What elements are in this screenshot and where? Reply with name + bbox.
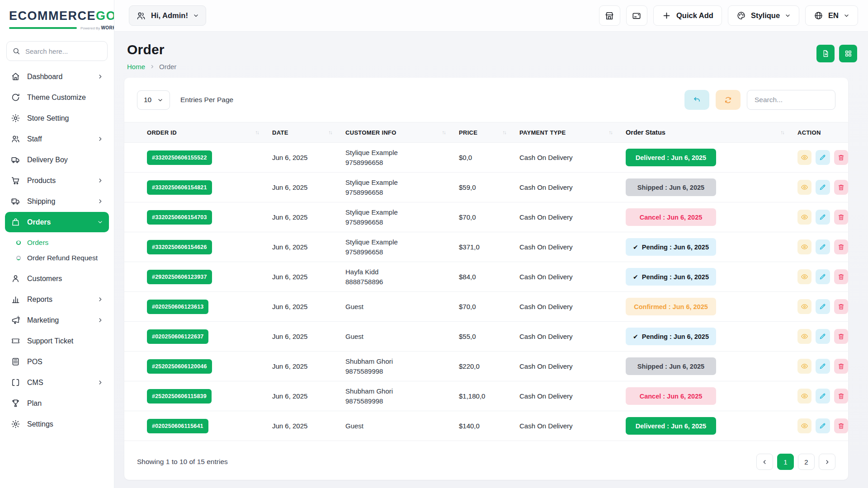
- view-order-button[interactable]: [797, 269, 811, 284]
- quick-add-button[interactable]: Quick Add: [653, 5, 722, 26]
- theme-selector-button[interactable]: Stylique: [728, 5, 799, 26]
- sidebar-item-plan[interactable]: Plan: [5, 393, 109, 413]
- sidebar-item-reports[interactable]: Reports: [5, 289, 109, 310]
- column-header-price[interactable]: PRICE↑↓: [459, 122, 519, 143]
- entries-per-page-select[interactable]: 10: [137, 90, 170, 110]
- sidebar-item-orders[interactable]: Orders: [5, 212, 109, 232]
- pos-register-button[interactable]: [626, 5, 647, 26]
- sidebar-item-shipping[interactable]: Shipping: [5, 191, 109, 211]
- table-search-input[interactable]: [747, 90, 835, 110]
- sort-icon[interactable]: ↑↓: [609, 130, 613, 135]
- sort-icon[interactable]: ↑↓: [442, 130, 446, 135]
- sidebar-subitem-orders[interactable]: Orders: [13, 235, 109, 250]
- column-header-date[interactable]: DATE↑↓: [272, 122, 345, 143]
- sidebar-item-customers[interactable]: Customers: [5, 268, 109, 289]
- column-header-order-id[interactable]: ORDER ID↑↓: [124, 122, 272, 143]
- order-id-badge[interactable]: #020250606115641: [147, 419, 208, 433]
- sidebar-item-products[interactable]: Products: [5, 170, 109, 191]
- order-id-badge[interactable]: #2520250606115839: [147, 389, 212, 404]
- edit-order-button[interactable]: [816, 269, 830, 284]
- sidebar-item-dashboard[interactable]: Dashboard: [5, 66, 109, 87]
- order-id-badge[interactable]: #020250606123613: [147, 300, 208, 314]
- language-selector-button[interactable]: EN: [805, 5, 858, 26]
- view-order-button[interactable]: [797, 150, 811, 165]
- column-header-order-status[interactable]: Order Status↑↓: [626, 122, 797, 143]
- edit-order-button[interactable]: [816, 299, 830, 314]
- palette-icon: [736, 11, 746, 20]
- edit-order-button[interactable]: [816, 180, 830, 195]
- order-id-badge[interactable]: #3320250606154821: [147, 180, 212, 195]
- grid-view-button[interactable]: [839, 45, 857, 62]
- view-order-button[interactable]: [797, 239, 811, 254]
- sidebar-item-theme-customize[interactable]: Theme Customize: [5, 87, 109, 108]
- column-header-payment-type[interactable]: PAYMENT TYPE↑↓: [519, 122, 626, 143]
- theme-label: Stylique: [751, 11, 780, 20]
- delete-order-button[interactable]: [834, 239, 848, 254]
- sidebar-item-staff[interactable]: Staff: [5, 129, 109, 149]
- sidebar-item-support-ticket[interactable]: Support Ticket: [5, 331, 109, 351]
- edit-order-button[interactable]: [816, 210, 830, 225]
- sidebar-item-marketing[interactable]: Marketing: [5, 310, 109, 330]
- edit-order-button[interactable]: [816, 329, 830, 344]
- edit-order-button[interactable]: [816, 389, 830, 404]
- admin-greeting-button[interactable]: Hi, Admin!: [129, 5, 206, 26]
- order-id-badge[interactable]: #020250606122637: [147, 329, 208, 344]
- breadcrumb-home-link[interactable]: Home: [127, 63, 145, 70]
- pagination-page-1[interactable]: 1: [777, 454, 794, 470]
- view-order-button[interactable]: [797, 180, 811, 195]
- delete-order-button[interactable]: [834, 359, 848, 374]
- sidebar-item-cms[interactable]: CMS: [5, 372, 109, 393]
- delete-order-button[interactable]: [834, 418, 848, 433]
- storefront-button[interactable]: [599, 5, 620, 26]
- sort-icon[interactable]: ↑↓: [781, 130, 784, 135]
- order-id-badge[interactable]: #2920250606123937: [147, 270, 212, 284]
- delete-order-button[interactable]: [834, 299, 848, 314]
- sidebar-item-pos[interactable]: POS: [5, 352, 109, 372]
- edit-order-button[interactable]: [816, 150, 830, 165]
- order-date: Jun 6, 2025: [272, 422, 307, 430]
- pagination-prev-button[interactable]: [756, 454, 773, 470]
- view-order-button[interactable]: [797, 329, 811, 344]
- order-id-badge[interactable]: #3320250606155522: [147, 150, 212, 165]
- sort-icon[interactable]: ↑↓: [329, 130, 332, 135]
- delete-order-button[interactable]: [834, 269, 848, 284]
- sidebar-item-settings[interactable]: Settings: [5, 414, 109, 434]
- delete-order-button[interactable]: [834, 210, 848, 225]
- edit-order-button[interactable]: [816, 239, 830, 254]
- storefront-icon: [604, 11, 614, 21]
- sort-icon[interactable]: ↑↓: [503, 130, 506, 135]
- sidebar-subitem-order-refund-request[interactable]: Order Refund Request: [13, 250, 109, 266]
- view-order-button[interactable]: [797, 418, 811, 433]
- sidebar-search-input[interactable]: [6, 41, 108, 61]
- reset-filter-button[interactable]: [684, 90, 709, 110]
- pagination-next-button[interactable]: [819, 454, 835, 470]
- sidebar-item-store-setting[interactable]: Store Setting: [5, 108, 109, 128]
- check-icon: ✔: [633, 244, 638, 251]
- order-id-badge[interactable]: #3320250606154626: [147, 240, 212, 254]
- edit-order-button[interactable]: [816, 418, 830, 433]
- chevron-right-icon: [97, 317, 103, 323]
- order-id-badge[interactable]: #2520250606120046: [147, 359, 212, 374]
- edit-order-button[interactable]: [816, 359, 830, 374]
- view-order-button[interactable]: [797, 389, 811, 404]
- refresh-button[interactable]: [716, 90, 741, 110]
- page-title: Order: [127, 42, 176, 57]
- brand-logo[interactable]: ECOMMERCEGO Powered By WORKDO˙: [0, 6, 114, 30]
- export-button[interactable]: [816, 45, 835, 62]
- view-order-button[interactable]: [797, 210, 811, 225]
- sidebar-subitem-label: Orders: [27, 239, 48, 247]
- customer-phone: 9875589998: [345, 367, 459, 375]
- view-order-button[interactable]: [797, 359, 811, 374]
- delete-order-button[interactable]: [834, 180, 848, 195]
- order-id-badge[interactable]: #3320250606154703: [147, 210, 212, 225]
- delete-order-button[interactable]: [834, 389, 848, 404]
- pagination-page-2[interactable]: 2: [798, 454, 815, 470]
- sidebar-item-delivery-boy[interactable]: Delivery Boy: [5, 150, 109, 170]
- delete-order-button[interactable]: [834, 150, 848, 165]
- sort-icon[interactable]: ↑↓: [255, 130, 259, 135]
- payment-type: Cash On Delivery: [519, 154, 573, 161]
- order-price: $59,0: [459, 183, 476, 191]
- column-header-customer-info[interactable]: CUSTOMER INFO↑↓: [345, 122, 459, 143]
- delete-order-button[interactable]: [834, 329, 848, 344]
- view-order-button[interactable]: [797, 299, 811, 314]
